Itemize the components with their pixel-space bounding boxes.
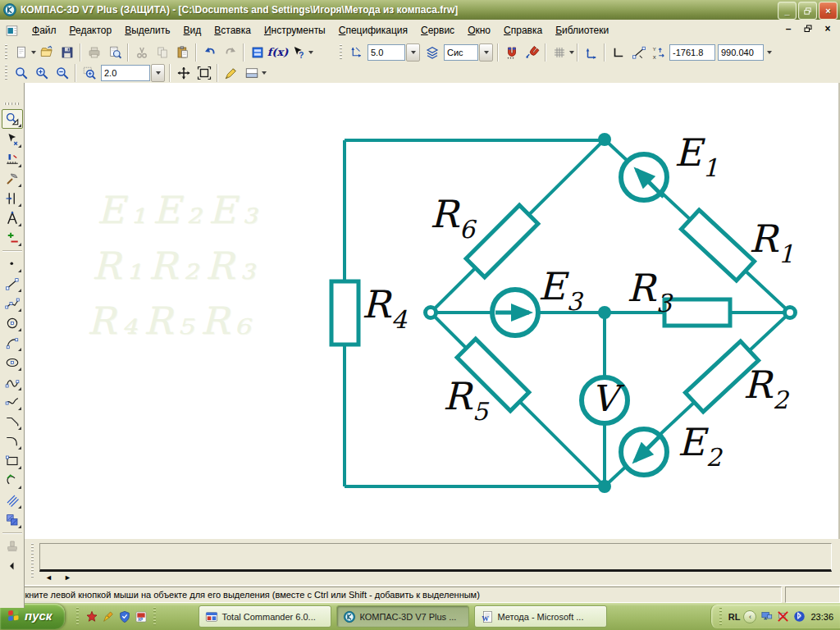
minimize-button[interactable]: _ [778, 2, 797, 20]
save-button[interactable] [57, 43, 77, 62]
contour-tool-button[interactable] [2, 472, 22, 490]
zoom-out-button[interactable] [52, 63, 72, 83]
panel-grip[interactable] [4, 103, 21, 105]
redraw-button[interactable] [221, 63, 241, 83]
ortho-mode-button[interactable] [608, 43, 628, 62]
designate-tool-button[interactable] [2, 229, 22, 247]
panels-button[interactable] [241, 63, 262, 83]
round-coords-button[interactable] [628, 43, 649, 62]
taskbar-button-kompas[interactable]: КОМПАС-3D V7 Plus ... [336, 605, 469, 628]
toolbar-grip[interactable] [5, 65, 7, 81]
print-preview-button[interactable] [104, 43, 125, 62]
multiline-tool-button[interactable] [2, 491, 22, 509]
spline-tool-button[interactable] [2, 373, 22, 391]
zoom-by-frame-button[interactable] [79, 63, 99, 83]
variables-fx-button[interactable]: f(x) [267, 43, 288, 62]
local-csys-button[interactable] [581, 43, 601, 62]
quicklaunch-icon-4[interactable]: XP [134, 609, 148, 623]
pointer-tool-button[interactable] [2, 130, 22, 148]
bluetooth-tray-icon[interactable] [792, 610, 806, 623]
display-tray-icon[interactable] [760, 610, 773, 623]
bezier-tool-button[interactable] [2, 393, 22, 411]
close-button[interactable]: × [819, 2, 838, 20]
snap-settings-button[interactable] [501, 43, 522, 62]
panel-collapse-arrow[interactable] [2, 557, 22, 575]
panels-dropdown-arrow[interactable] [262, 71, 267, 77]
measure-tool-button[interactable] [2, 150, 22, 168]
menu-libraries[interactable]: Библиотеки [549, 22, 615, 39]
menu-window[interactable]: Окно [461, 22, 497, 39]
property-bar-grip[interactable] [31, 543, 34, 579]
taskbar-button-word[interactable]: W Метода - Microsoft ... [474, 605, 607, 628]
current-layer-input[interactable] [444, 44, 478, 61]
menu-insert[interactable]: Вставка [208, 22, 258, 39]
snap-toggle-button[interactable] [522, 43, 542, 62]
cursor-step-input[interactable] [368, 44, 405, 61]
window-manager-button[interactable] [247, 43, 267, 62]
grid-dropdown-arrow[interactable] [569, 51, 574, 57]
resistor-r3 [664, 299, 730, 326]
language-indicator[interactable]: RL [728, 612, 741, 622]
zoom-scale-input[interactable] [101, 65, 150, 81]
property-scroll-right-arrow[interactable]: ► [64, 573, 71, 582]
zoom-scale-dropdown[interactable] [151, 64, 165, 82]
paste-button[interactable] [172, 43, 193, 62]
undo-button[interactable] [199, 43, 220, 62]
toolbar-grip[interactable] [5, 44, 7, 61]
fit-all-button[interactable] [194, 63, 214, 83]
context-help-button[interactable]: ? [288, 43, 308, 62]
quicklaunch-icon-2[interactable] [101, 609, 115, 623]
chamfer-tool-button[interactable] [2, 413, 22, 431]
mdi-close-button[interactable]: × [822, 23, 833, 34]
layers-button[interactable] [422, 43, 442, 62]
layer-dropdown[interactable] [479, 43, 493, 62]
circle-tool-button[interactable] [2, 314, 22, 332]
menu-select[interactable]: Выделить [118, 22, 176, 39]
quicklaunch-icon-1[interactable] [84, 609, 98, 623]
toolbar-grip[interactable] [340, 44, 342, 61]
edit-tool-button[interactable] [2, 170, 22, 188]
menu-view[interactable]: Вид [177, 22, 208, 39]
zoom-in-button[interactable] [31, 63, 52, 83]
menu-editor[interactable]: Редактор [63, 22, 119, 39]
menu-file[interactable]: Файл [25, 22, 63, 39]
mdi-minimize-button[interactable]: – [783, 23, 794, 34]
windows-flag-icon [7, 609, 21, 623]
menu-help[interactable]: Справка [497, 22, 549, 39]
parametrize-tool-button[interactable] [2, 189, 22, 208]
menu-service[interactable]: Сервис [414, 22, 461, 39]
dimension-tool-button[interactable] [2, 209, 22, 227]
coord-y-field[interactable] [718, 44, 764, 61]
taskbar-button-totalcmd[interactable]: Total Commander 6.0... [199, 605, 331, 628]
document-system-icon[interactable] [5, 24, 19, 38]
zoom-tool-button[interactable] [11, 63, 31, 83]
coords-dropdown-arrow[interactable] [767, 51, 772, 57]
mdi-restore-button[interactable] [802, 23, 814, 34]
pan-button[interactable] [173, 63, 194, 83]
new-document-button[interactable] [11, 43, 31, 62]
point-tool-button[interactable] [2, 255, 22, 273]
fillet-tool-button[interactable] [2, 432, 22, 450]
grid-button[interactable] [549, 43, 569, 62]
tray-chevron[interactable]: ‹ [743, 610, 756, 623]
arc-tool-button[interactable] [2, 334, 22, 352]
help-dropdown-arrow[interactable] [308, 51, 313, 57]
property-scroll-left-arrow[interactable]: ◄ [45, 573, 52, 582]
coord-x-field[interactable] [669, 44, 715, 61]
polyline-tool-button[interactable] [2, 294, 22, 313]
drawing-canvas[interactable]: E₁E₂E₃ R₁R₂R₃ R₄R₅R₆ [25, 83, 840, 539]
title-bar: КОМПАС-3D V7 Plus (ЗАЩИТА) - [C:\Documen… [0, 0, 840, 20]
open-button[interactable] [36, 43, 57, 62]
cursor-step-icon[interactable] [345, 43, 366, 62]
hatch-tool-button[interactable] [2, 511, 22, 529]
menu-tools[interactable]: Инструменты [258, 22, 332, 39]
ellipse-tool-button[interactable] [2, 354, 22, 372]
restore-button[interactable] [798, 2, 817, 20]
selection-tool-button[interactable] [2, 109, 23, 129]
menu-specification[interactable]: Спецификация [332, 22, 414, 39]
quicklaunch-icon-3[interactable] [117, 609, 131, 623]
rectangle-tool-button[interactable] [2, 452, 22, 470]
network-disconnected-icon[interactable] [776, 610, 789, 623]
cursor-step-dropdown[interactable] [406, 43, 420, 62]
line-tool-button[interactable] [2, 275, 22, 293]
